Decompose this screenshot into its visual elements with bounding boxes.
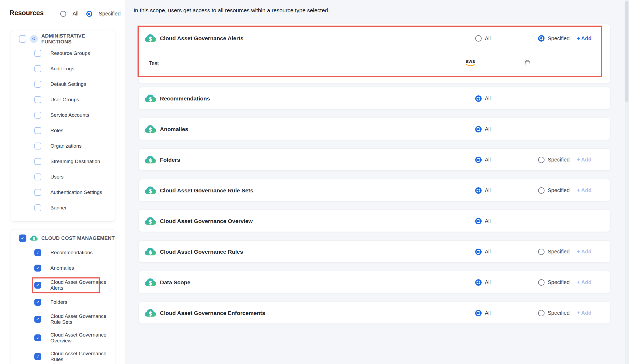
cloud-dollar-icon: $ [144, 308, 156, 318]
add-button[interactable]: + Add [577, 241, 591, 263]
item-checkbox[interactable] [34, 50, 41, 57]
sidebar-item: Organizations [11, 138, 115, 154]
scrollbar-track[interactable] [625, 0, 629, 364]
aws-icon: aws [465, 59, 476, 66]
all-radio[interactable] [475, 218, 482, 224]
all-radio[interactable] [475, 157, 482, 163]
all-radio[interactable] [475, 126, 482, 132]
group-checkbox[interactable] [19, 35, 26, 43]
item-checkbox[interactable]: ✓ [34, 265, 41, 272]
all-radio[interactable] [475, 187, 482, 194]
item-checkbox[interactable] [34, 189, 41, 196]
specified-radio[interactable] [538, 187, 545, 194]
specified-radio[interactable] [538, 249, 545, 255]
add-button[interactable]: + Add [577, 24, 591, 52]
resource-row-title: Data Scope [160, 279, 190, 286]
row-entries: Test aws [139, 52, 610, 74]
sidebar-item: Users [11, 169, 115, 185]
sidebar-item: ✓ Cloud Asset Governance Rule Sets [11, 310, 115, 329]
add-button[interactable]: + Add [577, 302, 591, 324]
all-radio[interactable] [475, 249, 482, 255]
all-radio-label: All [485, 35, 491, 42]
scope-radio-specified[interactable] [86, 11, 92, 17]
item-checkbox[interactable]: ✓ [34, 334, 41, 341]
cloud-dollar-icon: $ [144, 155, 156, 165]
resource-row-title: Anomalies [160, 126, 188, 132]
all-radio[interactable] [475, 310, 482, 316]
all-option: All [475, 179, 491, 201]
all-radio[interactable] [475, 95, 482, 102]
svg-text:$: $ [148, 310, 152, 317]
aws-word: aws [466, 59, 475, 63]
specified-radio-label: Specified [548, 279, 570, 285]
all-radio[interactable] [475, 279, 482, 286]
resource-row-title: Cloud Asset Governance Rules [160, 249, 243, 255]
item-checkbox[interactable] [34, 112, 41, 119]
resource-row: $ Data Scope All Specified + Add [139, 271, 610, 293]
add-button[interactable]: + Add [577, 149, 591, 171]
group-checkbox[interactable]: ✓ [19, 234, 26, 242]
sidebar-group-header: ⚙ ADMINISTRATIVE FUNCTIONS [11, 33, 115, 45]
scope-radio-label: Specified [99, 11, 120, 17]
cloud-dollar-icon: $ [144, 278, 156, 287]
all-option: All [475, 271, 491, 293]
specified-radio-label: Specified [548, 35, 570, 42]
item-checkbox[interactable]: ✓ [34, 282, 41, 289]
cloud-dollar-icon: $ [30, 235, 38, 241]
item-checkbox[interactable] [34, 65, 41, 72]
sidebar-item: Authentication Settings [11, 185, 115, 200]
item-checkbox[interactable]: ✓ [34, 353, 41, 360]
scrollbar-thumb[interactable] [625, 1, 628, 102]
specified-radio[interactable] [538, 279, 545, 286]
specified-option: Specified [538, 271, 570, 293]
item-checkbox[interactable]: ✓ [34, 249, 41, 256]
sidebar-item: ✓ Recommendations [11, 245, 115, 260]
sidebar-item: ✓ Cloud Asset Governance Rules [11, 347, 115, 364]
item-checkbox[interactable]: ✓ [34, 299, 41, 306]
all-radio-label: All [485, 157, 491, 163]
item-checkbox[interactable] [34, 96, 41, 103]
sidebar-item: Resource Groups [11, 46, 115, 61]
all-radio[interactable] [475, 35, 482, 42]
all-option: All [475, 24, 491, 52]
item-checkbox[interactable]: ✓ [34, 316, 41, 323]
resource-row-title: Cloud Asset Governance Rule Sets [160, 187, 253, 194]
item-checkbox[interactable] [34, 127, 41, 134]
resources-main-panel: In this scope, users get access to all r… [125, 0, 629, 364]
item-label: Audit Logs [50, 66, 115, 72]
item-checkbox[interactable] [34, 81, 41, 88]
resource-row-title: Cloud Asset Governance Overview [160, 218, 253, 224]
trash-icon[interactable] [524, 60, 531, 67]
item-checkbox[interactable] [34, 204, 41, 211]
resource-row-title: Recommendations [160, 95, 210, 102]
item-checkbox[interactable] [34, 158, 41, 165]
cloud-dollar-icon: $ [144, 186, 156, 195]
item-label: Organizations [50, 143, 115, 149]
resource-row: $ Folders All Specified + Add [139, 149, 610, 171]
specified-radio-label: Specified [548, 157, 570, 163]
all-radio-label: All [485, 126, 491, 132]
specified-radio[interactable] [538, 310, 545, 316]
item-checkbox[interactable] [34, 143, 41, 149]
all-option: All [475, 149, 491, 171]
specified-radio-label: Specified [548, 249, 570, 255]
scope-radio-all[interactable] [60, 11, 66, 17]
resource-row: $ Cloud Asset Governance Alerts All Spec… [139, 24, 610, 52]
item-checkbox[interactable] [34, 173, 41, 180]
item-label: Cloud Asset Governance Rules [50, 351, 115, 362]
resource-row: $ Anomalies All [139, 118, 610, 140]
add-button[interactable]: + Add [577, 271, 591, 293]
specified-option: Specified [538, 24, 570, 52]
sidebar-item: Default Settings [11, 76, 115, 92]
specified-radio[interactable] [538, 35, 545, 42]
svg-text:$: $ [148, 188, 152, 194]
all-option: All [475, 118, 491, 140]
sidebar-item: ✓ Folders [11, 294, 115, 310]
item-label: Service Accounts [50, 112, 115, 118]
sidebar-groups: ⚙ ADMINISTRATIVE FUNCTIONS Resource Grou… [11, 30, 115, 364]
add-button[interactable]: + Add [577, 179, 591, 201]
specified-radio[interactable] [538, 157, 545, 163]
all-radio-label: All [485, 310, 491, 316]
item-label: Default Settings [50, 81, 115, 87]
resource-row-card: $ Data Scope All Specified + Add [139, 271, 610, 293]
